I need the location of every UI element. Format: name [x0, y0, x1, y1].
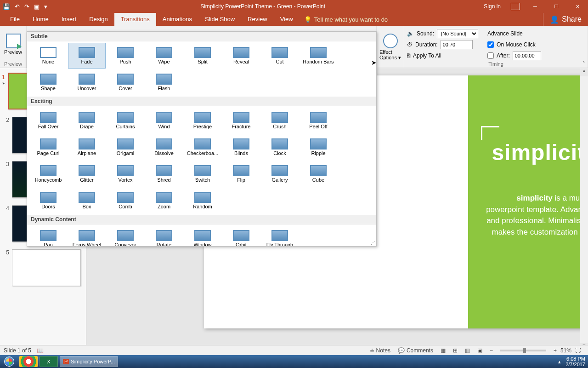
duration-input[interactable] [441, 40, 473, 49]
taskbar-powerpoint[interactable]: P Simplicity PowerP... [60, 356, 118, 367]
transition-split[interactable]: Split [184, 43, 221, 69]
slideshow-icon[interactable]: ▣ [34, 3, 40, 10]
normal-view-button[interactable]: ▦ [437, 345, 449, 355]
transition-prestige[interactable]: Prestige [184, 108, 221, 133]
clock[interactable]: 6:08 PM 2/7/2017 [565, 356, 585, 367]
transition-pan[interactable]: Pan [29, 226, 67, 247]
maximize-button[interactable]: ☐ [546, 0, 567, 13]
transition-glitter[interactable]: Glitter [68, 161, 106, 187]
transition-honeycomb[interactable]: Honeycomb [29, 161, 67, 187]
tab-design[interactable]: Design [83, 13, 114, 26]
transition-none[interactable]: None [29, 43, 67, 69]
transition-fracture[interactable]: Fracture [222, 108, 260, 133]
vertical-scrollbar[interactable]: ▲ ▼ [580, 68, 588, 351]
transition-dissolve[interactable]: Dissolve [145, 134, 183, 160]
effect-options-button[interactable]: Effect Options ▾ [379, 31, 401, 63]
sorter-view-button[interactable]: ⊞ [449, 345, 461, 355]
scroll-up-icon[interactable]: ▲ [580, 68, 588, 76]
apply-all-button[interactable]: Apply To All [413, 52, 441, 59]
transition-rotate[interactable]: Rotate [145, 226, 183, 247]
transition-comb[interactable]: Comb [107, 188, 144, 213]
transition-cover[interactable]: Cover [107, 69, 144, 95]
transition-clock[interactable]: Clock [261, 134, 299, 160]
transition-doors[interactable]: Doors [29, 188, 67, 213]
transition-crush[interactable]: Crush [261, 108, 299, 133]
transition-checkerboa-[interactable]: Checkerboa... [184, 134, 221, 160]
thumb-5[interactable]: 5 [2, 249, 84, 286]
taskbar-excel[interactable]: X [40, 356, 58, 367]
transition-fall-over[interactable]: Fall Over [29, 108, 67, 133]
transition-gallery[interactable]: Gallery [261, 161, 299, 187]
transition-window[interactable]: Window [184, 226, 221, 247]
minimize-button[interactable]: ─ [525, 0, 546, 13]
zoom-slider[interactable] [500, 350, 546, 351]
transition-orbit[interactable]: Orbit [222, 226, 260, 247]
ribbon-display-options-icon[interactable] [511, 3, 520, 10]
transition-uncover[interactable]: Uncover [68, 69, 106, 95]
transition-fly-through[interactable]: Fly Through [261, 226, 299, 247]
start-button[interactable] [0, 355, 18, 368]
tellme-search[interactable]: 💡 Tell me what you want to do [300, 13, 388, 26]
close-button[interactable]: ✕ [567, 0, 588, 13]
transition-fade[interactable]: Fade [68, 43, 106, 69]
transition-push[interactable]: Push [107, 43, 144, 69]
transition-conveyor[interactable]: Conveyor [107, 226, 144, 247]
redo-icon[interactable]: ↷ [24, 3, 29, 10]
gallery-resize-handle[interactable]: ⋰ [371, 240, 375, 245]
transition-origami[interactable]: Origami [107, 134, 144, 160]
sound-select[interactable]: [No Sound] [437, 29, 478, 38]
tab-review[interactable]: Review [241, 13, 274, 26]
transition-flip[interactable]: Flip [222, 161, 260, 187]
preview-button[interactable]: Preview [3, 28, 23, 60]
zoom-out-button[interactable]: − [486, 345, 497, 355]
transition-vortex[interactable]: Vortex [107, 161, 144, 187]
taskbar-chrome[interactable] [19, 356, 38, 367]
zoom-level[interactable]: 51% [560, 347, 571, 354]
signin-link[interactable]: Sign in [478, 3, 506, 10]
spelling-icon[interactable]: 📖 [37, 347, 44, 354]
transition-ripple[interactable]: Ripple [300, 134, 337, 160]
transition-ferris-wheel[interactable]: Ferris Wheel [68, 226, 106, 247]
transition-peel-off[interactable]: Peel Off [300, 108, 337, 133]
transition-random[interactable]: Random [184, 188, 221, 213]
transition-page-curl[interactable]: Page Curl [29, 134, 67, 160]
transition-blinds[interactable]: Blinds [222, 134, 260, 160]
transition-airplane[interactable]: Airplane [68, 134, 106, 160]
tab-slideshow[interactable]: Slide Show [198, 13, 241, 26]
transition-flash[interactable]: Flash [145, 69, 183, 95]
tab-home[interactable]: Home [26, 13, 55, 26]
slideshow-view-button[interactable]: ▣ [474, 345, 486, 355]
after-checkbox[interactable] [487, 52, 494, 59]
fit-slide-button[interactable]: ⛶ [571, 345, 584, 355]
save-icon[interactable]: 💾 [3, 3, 10, 10]
transition-shred[interactable]: Shred [145, 161, 183, 187]
transition-shape[interactable]: Shape [29, 69, 67, 95]
transition-zoom[interactable]: Zoom [145, 188, 183, 213]
tab-transitions[interactable]: Transitions [114, 13, 156, 26]
transition-switch[interactable]: Switch [184, 161, 221, 187]
share-button[interactable]: 👤 Share [543, 13, 588, 26]
transition-drape[interactable]: Drape [68, 108, 106, 133]
transition-curtains[interactable]: Curtains [107, 108, 144, 133]
transition-reveal[interactable]: Reveal [222, 43, 260, 69]
transition-wipe[interactable]: Wipe [145, 43, 183, 69]
reading-view-button[interactable]: ▥ [461, 345, 474, 355]
comments-button[interactable]: 💬Comments [394, 345, 437, 355]
transition-cut[interactable]: Cut [261, 43, 299, 69]
after-input[interactable] [513, 51, 541, 60]
transition-random-bars[interactable]: Random Bars [300, 43, 337, 69]
tab-view[interactable]: View [274, 13, 300, 26]
tab-insert[interactable]: Insert [55, 13, 83, 26]
tab-file[interactable]: File [4, 13, 26, 26]
undo-icon[interactable]: ↶ [15, 3, 20, 10]
tab-animations[interactable]: Animations [156, 13, 198, 26]
notes-button[interactable]: ≐Notes [366, 345, 394, 355]
transition-cube[interactable]: Cube [300, 161, 337, 187]
transition-box[interactable]: Box [68, 188, 106, 213]
qat-customize-icon[interactable]: ▾ [44, 3, 47, 10]
tray-chevron-icon[interactable]: ▴ [558, 359, 561, 365]
zoom-in-button[interactable]: + [550, 345, 560, 355]
transition-wind[interactable]: Wind [145, 108, 183, 133]
system-tray[interactable]: ▴ 6:08 PM 2/7/2017 [558, 356, 588, 367]
collapse-ribbon-icon[interactable]: ˄ [582, 61, 585, 67]
